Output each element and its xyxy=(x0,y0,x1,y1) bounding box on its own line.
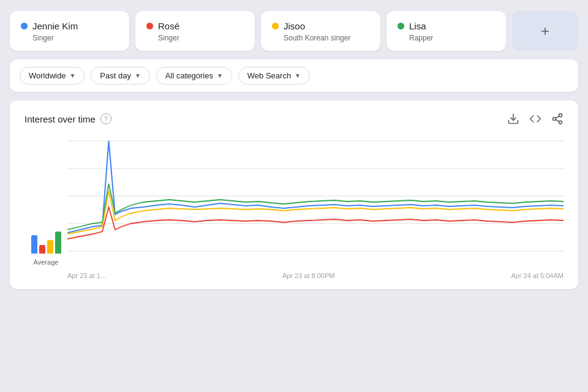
topic-name-lisa: Lisa xyxy=(409,21,426,31)
share-button[interactable] xyxy=(551,113,564,125)
main-container: Jennie Kim Singer Rosé Singer Jisoo Sout… xyxy=(0,0,588,300)
mini-bar-3 xyxy=(55,232,61,254)
svg-line-5 xyxy=(556,116,559,118)
chart-svg-wrap: 100 75 50 25 xyxy=(67,135,564,270)
filter-row: Worldwide▼Past day▼All categories▼Web Se… xyxy=(10,59,578,92)
topic-card-jennie[interactable]: Jennie Kim Singer xyxy=(10,11,129,51)
chart-actions xyxy=(507,113,564,125)
topic-card-header: Lisa xyxy=(398,21,495,31)
filter-timerange[interactable]: Past day▼ xyxy=(91,67,150,85)
chevron-down-icon: ▼ xyxy=(217,72,223,79)
svg-line-4 xyxy=(556,119,559,121)
chart-x-labels: Apr 23 at 1...Apr 23 at 8:00PMApr 24 at … xyxy=(67,270,564,279)
chevron-down-icon: ▼ xyxy=(295,72,301,79)
topic-dot-jennie xyxy=(21,23,28,29)
mini-bar-0 xyxy=(31,235,37,254)
filter-label-category: All categories xyxy=(165,71,213,80)
chevron-down-icon: ▼ xyxy=(135,72,141,79)
topic-name-rose: Rosé xyxy=(158,21,179,31)
chart-left: Average xyxy=(24,135,67,279)
topic-card-header: Jennie Kim xyxy=(21,21,118,31)
x-label-1: Apr 23 at 8:00PM xyxy=(282,272,335,279)
plus-icon: + xyxy=(541,23,549,40)
mini-bar-group xyxy=(31,230,61,254)
x-label-2: Apr 24 at 5:04AM xyxy=(511,272,564,279)
chart-header: Interest over time ? xyxy=(24,113,564,125)
chart-area: Average 100 75 50 25 xyxy=(24,135,564,279)
topic-card-rose[interactable]: Rosé Singer xyxy=(135,11,255,51)
embed-button[interactable] xyxy=(529,113,541,125)
topic-dot-jisoo xyxy=(272,23,279,29)
topic-card-header: Jisoo xyxy=(272,21,369,31)
topic-subtitle-jisoo: South Korean singer xyxy=(272,34,369,42)
filter-searchtype[interactable]: Web Search▼ xyxy=(238,67,310,85)
topic-dot-rose xyxy=(146,23,153,29)
download-button[interactable] xyxy=(507,113,519,125)
chevron-down-icon: ▼ xyxy=(69,72,75,79)
x-label-0: Apr 23 at 1... xyxy=(67,272,106,279)
topic-subtitle-rose: Singer xyxy=(146,34,244,42)
filter-label-searchtype: Web Search xyxy=(247,71,291,80)
chart-title-row: Interest over time ? xyxy=(24,113,111,124)
topic-card-jisoo[interactable]: Jisoo South Korean singer xyxy=(261,11,380,51)
filter-label-timerange: Past day xyxy=(100,71,131,80)
filter-location[interactable]: Worldwide▼ xyxy=(20,67,85,85)
topic-dot-lisa xyxy=(398,23,404,29)
chart-panel: Interest over time ? xyxy=(10,100,578,289)
help-icon[interactable]: ? xyxy=(100,113,111,124)
topic-name-jennie: Jennie Kim xyxy=(32,21,78,31)
mini-bar-2 xyxy=(47,240,53,254)
topic-subtitle-jennie: Singer xyxy=(21,34,118,42)
topic-card-lisa[interactable]: Lisa Rapper xyxy=(386,11,506,51)
avg-label: Average xyxy=(34,258,59,266)
mini-bar-1 xyxy=(39,245,45,254)
topic-card-header: Rosé xyxy=(146,21,244,31)
chart-title: Interest over time xyxy=(24,114,96,124)
filter-label-location: Worldwide xyxy=(29,71,66,80)
topic-subtitle-lisa: Rapper xyxy=(398,34,495,42)
topic-name-jisoo: Jisoo xyxy=(284,21,305,31)
topic-cards: Jennie Kim Singer Rosé Singer Jisoo Sout… xyxy=(10,11,578,51)
chart-main: 100 75 50 25 Apr 23 at xyxy=(67,135,564,279)
filter-category[interactable]: All categories▼ xyxy=(156,67,232,85)
add-topic-button[interactable]: + xyxy=(512,11,578,51)
